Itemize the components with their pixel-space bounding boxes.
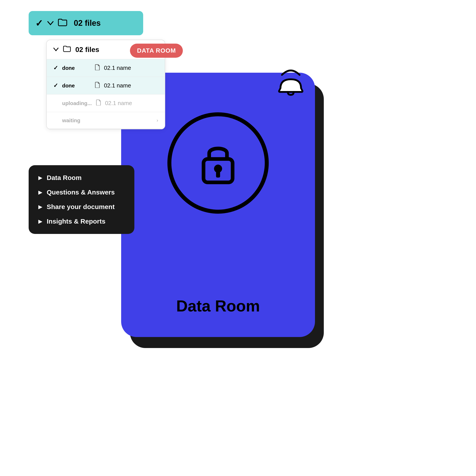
row-doc-icon-1	[95, 64, 100, 72]
folder-icon	[58, 18, 67, 28]
menu-item-data-room[interactable]: ▶ Data Room	[38, 174, 125, 182]
menu-arrow-4: ▶	[38, 218, 42, 224]
menu-item-insights[interactable]: ▶ Insights & Reports	[38, 218, 125, 225]
scene: Data Room ✓ 02 files	[29, 11, 447, 465]
file-row-waiting: ✓ waiting ›	[47, 112, 165, 129]
chevron-down-icon	[47, 19, 53, 27]
data-room-badge: DATA ROOM	[130, 44, 183, 58]
menu-arrow-3: ▶	[38, 204, 42, 210]
row-status-3: uploading...	[62, 100, 92, 106]
bell-container	[275, 66, 306, 102]
row-status-2: done	[62, 83, 91, 89]
row-doc-icon-3	[96, 99, 101, 107]
row-filename-2: 02.1 name	[104, 82, 131, 89]
file-row-done-2: ✓ done 02.1 name	[47, 77, 165, 95]
row-filename-1: 02.1 name	[104, 65, 131, 71]
teal-bar: ✓ 02 files	[29, 11, 143, 35]
check-icon: ✓	[35, 18, 43, 29]
menu-label-3: Share your document	[47, 203, 115, 211]
menu-arrow-1: ▶	[38, 175, 42, 181]
menu-panel: ▶ Data Room ▶ Questions & Answers ▶ Shar…	[29, 165, 134, 234]
card-title: Data Room	[176, 297, 260, 315]
menu-arrow-2: ▶	[38, 189, 42, 195]
row-check-1: ✓	[53, 65, 58, 71]
menu-label-4: Insights & Reports	[47, 218, 105, 225]
teal-bar-files-label: 02 files	[74, 18, 101, 28]
bell-icon	[275, 66, 306, 101]
panel-chevron-icon	[53, 46, 59, 53]
menu-label-2: Questions & Answers	[47, 188, 115, 196]
panel-folder-icon	[63, 45, 71, 54]
menu-item-share[interactable]: ▶ Share your document	[38, 203, 125, 211]
svg-rect-2	[216, 171, 220, 178]
panel-files-label: 02 files	[75, 46, 99, 54]
lock-circle	[167, 112, 269, 214]
row-status-1: done	[62, 65, 91, 71]
file-row-uploading: ✓ uploading... 02.1 name	[47, 95, 165, 112]
row-chevron-right: ›	[157, 118, 158, 123]
menu-item-qa[interactable]: ▶ Questions & Answers	[38, 188, 125, 196]
row-doc-icon-2	[95, 82, 100, 89]
lock-icon	[194, 139, 242, 187]
row-status-4: waiting	[62, 118, 91, 124]
menu-label-1: Data Room	[47, 174, 82, 182]
row-filename-3: 02.1 name	[105, 100, 132, 107]
file-row-done-1: ✓ done 02.1 name	[47, 59, 165, 77]
row-check-2: ✓	[53, 82, 58, 89]
